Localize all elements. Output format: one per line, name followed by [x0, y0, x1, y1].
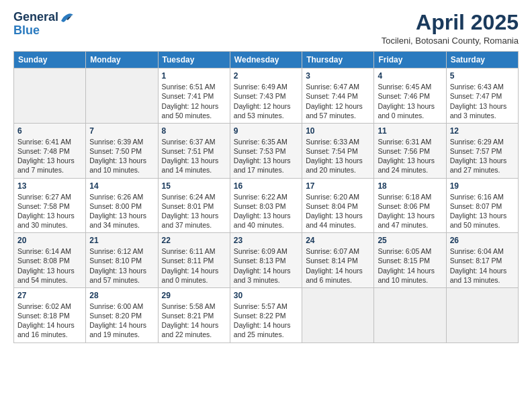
day-number: 18	[378, 181, 442, 191]
calendar-cell	[374, 287, 446, 342]
day-info: Sunrise: 6:07 AM Sunset: 8:14 PM Dayligh…	[306, 247, 363, 284]
day-number: 3	[306, 71, 370, 81]
calendar-title: April 2025	[382, 11, 519, 34]
calendar-cell: 8Sunrise: 6:37 AM Sunset: 7:51 PM Daylig…	[158, 123, 230, 178]
day-number: 19	[450, 181, 515, 191]
logo-blue-text: Blue	[13, 24, 40, 38]
day-number: 4	[378, 71, 442, 81]
day-info: Sunrise: 5:58 AM Sunset: 8:21 PM Dayligh…	[162, 302, 219, 339]
day-info: Sunrise: 6:05 AM Sunset: 8:15 PM Dayligh…	[378, 247, 435, 284]
day-info: Sunrise: 6:11 AM Sunset: 8:11 PM Dayligh…	[162, 247, 219, 284]
day-number: 8	[162, 126, 226, 136]
day-number: 6	[17, 126, 82, 136]
day-info: Sunrise: 6:49 AM Sunset: 7:43 PM Dayligh…	[234, 83, 291, 120]
calendar-week-row: 1Sunrise: 6:51 AM Sunset: 7:41 PM Daylig…	[14, 68, 519, 124]
calendar-cell: 25Sunrise: 6:05 AM Sunset: 8:15 PM Dayli…	[374, 233, 446, 288]
day-number: 11	[378, 126, 442, 136]
calendar-cell: 12Sunrise: 6:29 AM Sunset: 7:57 PM Dayli…	[446, 123, 518, 178]
day-info: Sunrise: 6:33 AM Sunset: 7:54 PM Dayligh…	[306, 138, 363, 175]
day-number: 20	[17, 236, 82, 245]
day-number: 21	[89, 236, 154, 245]
header: General Blue April 2025 Tocileni, Botosa…	[13, 11, 519, 46]
day-info: Sunrise: 6:43 AM Sunset: 7:47 PM Dayligh…	[450, 83, 507, 120]
calendar-header-wednesday: Wednesday	[230, 52, 302, 68]
day-number: 13	[17, 181, 82, 191]
day-number: 1	[162, 71, 226, 81]
day-info: Sunrise: 6:26 AM Sunset: 8:00 PM Dayligh…	[89, 193, 146, 230]
day-number: 26	[450, 236, 515, 245]
calendar-cell: 13Sunrise: 6:27 AM Sunset: 7:58 PM Dayli…	[14, 178, 86, 233]
calendar-cell: 6Sunrise: 6:41 AM Sunset: 7:48 PM Daylig…	[14, 123, 86, 178]
day-number: 27	[17, 291, 82, 300]
calendar-cell: 2Sunrise: 6:49 AM Sunset: 7:43 PM Daylig…	[230, 68, 302, 124]
calendar-cell: 15Sunrise: 6:24 AM Sunset: 8:01 PM Dayli…	[158, 178, 230, 233]
day-number: 29	[162, 291, 226, 300]
day-info: Sunrise: 6:04 AM Sunset: 8:17 PM Dayligh…	[450, 247, 507, 284]
day-info: Sunrise: 5:57 AM Sunset: 8:22 PM Dayligh…	[234, 302, 291, 339]
day-info: Sunrise: 6:27 AM Sunset: 7:58 PM Dayligh…	[17, 193, 75, 230]
day-number: 14	[89, 181, 154, 191]
day-number: 15	[162, 181, 226, 191]
calendar-cell: 27Sunrise: 6:02 AM Sunset: 8:18 PM Dayli…	[14, 287, 86, 342]
calendar-cell: 10Sunrise: 6:33 AM Sunset: 7:54 PM Dayli…	[302, 123, 374, 178]
day-info: Sunrise: 6:18 AM Sunset: 8:06 PM Dayligh…	[378, 193, 435, 230]
calendar-cell: 18Sunrise: 6:18 AM Sunset: 8:06 PM Dayli…	[374, 178, 446, 233]
calendar-cell: 28Sunrise: 6:00 AM Sunset: 8:20 PM Dayli…	[86, 287, 158, 342]
calendar-table: SundayMondayTuesdayWednesdayThursdayFrid…	[13, 51, 519, 342]
day-number: 24	[306, 236, 370, 245]
calendar-cell: 5Sunrise: 6:43 AM Sunset: 7:47 PM Daylig…	[446, 68, 518, 124]
day-number: 16	[234, 181, 298, 191]
calendar-cell: 9Sunrise: 6:35 AM Sunset: 7:53 PM Daylig…	[230, 123, 302, 178]
calendar-cell: 16Sunrise: 6:22 AM Sunset: 8:03 PM Dayli…	[230, 178, 302, 233]
calendar-cell: 20Sunrise: 6:14 AM Sunset: 8:08 PM Dayli…	[14, 233, 86, 288]
calendar-cell: 19Sunrise: 6:16 AM Sunset: 8:07 PM Dayli…	[446, 178, 518, 233]
day-info: Sunrise: 6:29 AM Sunset: 7:57 PM Dayligh…	[450, 138, 507, 175]
day-info: Sunrise: 6:31 AM Sunset: 7:56 PM Dayligh…	[378, 138, 435, 175]
day-info: Sunrise: 6:41 AM Sunset: 7:48 PM Dayligh…	[17, 138, 75, 175]
logo-bird-icon	[60, 11, 75, 24]
calendar-header-friday: Friday	[374, 52, 446, 68]
calendar-cell	[86, 68, 158, 124]
day-number: 2	[234, 71, 298, 81]
day-info: Sunrise: 6:20 AM Sunset: 8:04 PM Dayligh…	[306, 193, 363, 230]
day-info: Sunrise: 6:14 AM Sunset: 8:08 PM Dayligh…	[17, 247, 75, 284]
calendar-cell: 4Sunrise: 6:45 AM Sunset: 7:46 PM Daylig…	[374, 68, 446, 124]
calendar-cell	[14, 68, 86, 124]
calendar-cell	[446, 287, 518, 342]
day-info: Sunrise: 6:37 AM Sunset: 7:51 PM Dayligh…	[162, 138, 219, 175]
calendar-header-tuesday: Tuesday	[158, 52, 230, 68]
calendar-header-row: SundayMondayTuesdayWednesdayThursdayFrid…	[14, 52, 519, 68]
calendar-header-monday: Monday	[86, 52, 158, 68]
day-info: Sunrise: 6:47 AM Sunset: 7:44 PM Dayligh…	[306, 83, 363, 120]
logo: General Blue	[13, 11, 75, 38]
calendar-week-row: 13Sunrise: 6:27 AM Sunset: 7:58 PM Dayli…	[14, 178, 519, 233]
calendar-cell: 7Sunrise: 6:39 AM Sunset: 7:50 PM Daylig…	[86, 123, 158, 178]
day-number: 9	[234, 126, 298, 136]
calendar-cell: 17Sunrise: 6:20 AM Sunset: 8:04 PM Dayli…	[302, 178, 374, 233]
calendar-cell: 1Sunrise: 6:51 AM Sunset: 7:41 PM Daylig…	[158, 68, 230, 124]
calendar-week-row: 27Sunrise: 6:02 AM Sunset: 8:18 PM Dayli…	[14, 287, 519, 342]
day-number: 22	[162, 236, 226, 245]
day-number: 12	[450, 126, 515, 136]
calendar-cell: 3Sunrise: 6:47 AM Sunset: 7:44 PM Daylig…	[302, 68, 374, 124]
page: General Blue April 2025 Tocileni, Botosa…	[0, 0, 532, 411]
logo-general-text: General	[13, 11, 58, 24]
calendar-cell: 21Sunrise: 6:12 AM Sunset: 8:10 PM Dayli…	[86, 233, 158, 288]
day-number: 5	[450, 71, 515, 81]
day-number: 30	[234, 291, 298, 300]
day-number: 10	[306, 126, 370, 136]
day-info: Sunrise: 6:12 AM Sunset: 8:10 PM Dayligh…	[89, 247, 146, 284]
day-number: 28	[89, 291, 154, 300]
calendar-cell: 30Sunrise: 5:57 AM Sunset: 8:22 PM Dayli…	[230, 287, 302, 342]
calendar-cell: 29Sunrise: 5:58 AM Sunset: 8:21 PM Dayli…	[158, 287, 230, 342]
day-info: Sunrise: 6:16 AM Sunset: 8:07 PM Dayligh…	[450, 193, 507, 230]
day-info: Sunrise: 6:24 AM Sunset: 8:01 PM Dayligh…	[162, 193, 219, 230]
calendar-cell: 22Sunrise: 6:11 AM Sunset: 8:11 PM Dayli…	[158, 233, 230, 288]
day-number: 25	[378, 236, 442, 245]
title-block: April 2025 Tocileni, Botosani County, Ro…	[382, 11, 519, 46]
calendar-subtitle: Tocileni, Botosani County, Romania	[382, 36, 519, 46]
calendar-cell	[302, 287, 374, 342]
day-info: Sunrise: 6:09 AM Sunset: 8:13 PM Dayligh…	[234, 247, 291, 284]
day-info: Sunrise: 6:39 AM Sunset: 7:50 PM Dayligh…	[89, 138, 146, 175]
calendar-cell: 24Sunrise: 6:07 AM Sunset: 8:14 PM Dayli…	[302, 233, 374, 288]
